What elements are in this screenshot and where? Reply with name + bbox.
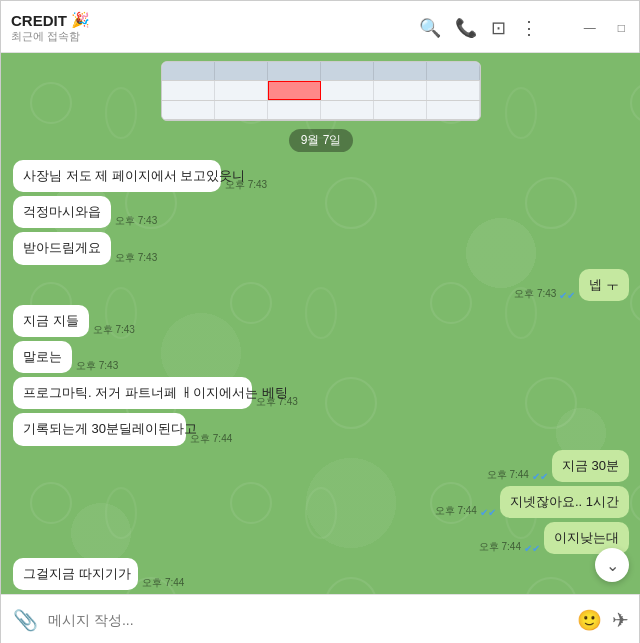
title-bar: CREDIT 🎉 최근에 접속함 🔍 📞 ⊡ ⋮ — □ [1,1,639,53]
message-row: 지금 지들 오후 7:43 [13,305,629,337]
msg-time: 오후 7:43 [115,214,157,228]
message-row: 받아드림게요 오후 7:43 [13,232,629,264]
chat-title: CREDIT 🎉 [11,11,90,29]
msg-text: 지넷잖아요.. 1시간 [510,494,619,509]
message-row: 걱정마시와읍 오후 7:43 [13,196,629,228]
message-row: 오후 7:43 ✔✔ 넵 ㅜ [13,269,629,301]
more-icon[interactable]: ⋮ [520,17,538,39]
msg-time: 오후 7:44 [142,576,184,590]
msg-time: 오후 7:43 [115,251,157,265]
bubble-right: 지넷잖아요.. 1시간 [500,486,629,518]
call-icon[interactable]: 📞 [455,17,477,39]
message-row: 말로는 오후 7:43 [13,341,629,373]
title-emoji: 🎉 [71,11,90,29]
msg-time: 오후 7:43 [514,287,556,301]
bubble-left: 지금 지들 [13,305,89,337]
date-text: 9월 7일 [289,129,354,152]
scroll-down-button[interactable]: ⌄ [595,548,629,582]
message-row: 기록되는게 30분딜레이된다고 오후 7:44 [13,413,629,445]
message-row: 프로그마틱. 저거 파트너페 ㅐ이지에서는 베팅 오후 7:43 [13,377,629,409]
bubble-left: 사장님 저도 제 페이지에서 보고있읏니 [13,160,221,192]
msg-text: 기록되는게 30분딜레이된다고 [23,421,197,436]
image-thumb[interactable] [161,61,481,121]
emoji-button[interactable]: 🙂 [577,608,602,632]
msg-text: 말로는 [23,349,62,364]
message-row: 오후 7:44 ✔✔ 지넷잖아요.. 1시간 [13,486,629,518]
bubble-left: 프로그마틱. 저거 파트너페 ㅐ이지에서는 베팅 [13,377,252,409]
chevron-down-icon: ⌄ [606,556,619,575]
msg-time: 오후 7:43 [93,323,135,337]
header-actions: 🔍 📞 ⊡ ⋮ — □ [419,17,629,39]
msg-text: 지금 30분 [562,458,619,473]
search-icon[interactable]: 🔍 [419,17,441,39]
status-text: 최근에 접속함 [11,29,90,44]
minimize-button[interactable]: — [580,19,600,37]
message-row: 그걸지금 따지기가 오후 7:44 [13,558,629,590]
msg-text: 이지낮는대 [554,530,619,545]
msg-text: 사장님 저도 제 페이지에서 보고있읏니 [23,168,245,183]
message-row: 오후 7:44 ✔✔ 지금 30분 [13,450,629,482]
msg-text: 지금 지들 [23,313,79,328]
bubble-left: 걱정마시와읍 [13,196,111,228]
bubble-left: 그걸지금 따지기가 [13,558,138,590]
msg-text: 걱정마시와읍 [23,204,101,219]
msg-text: 넵 ㅜ [589,277,619,292]
bubble-left: 말로는 [13,341,72,373]
image-message[interactable] [13,61,629,121]
read-check-icon: ✔✔ [559,290,575,301]
title-text: CREDIT [11,12,67,29]
msg-text: 받아드림게요 [23,240,101,255]
message-row: 사장님 저도 제 페이지에서 보고있읏니 오후 7:43 [13,160,629,192]
bubble-left: 기록되는게 30분딜레이된다고 [13,413,186,445]
msg-time: 오후 7:44 [487,468,529,482]
msg-text: 프로그마틱. 저거 파트너페 ㅐ이지에서는 베팅 [23,385,288,400]
layout-icon[interactable]: ⊡ [491,17,506,39]
send-button[interactable]: ✈ [612,608,629,632]
bubble-right: 지금 30분 [552,450,629,482]
read-check-icon: ✔✔ [524,543,540,554]
bubble-right: 넵 ㅜ [579,269,629,301]
input-actions: 🙂 ✈ [577,608,629,632]
message-row: 오후 7:44 ✔✔ 이지낮는대 [13,522,629,554]
title-left: CREDIT 🎉 최근에 접속함 [11,11,90,44]
read-check-icon: ✔✔ [480,507,496,518]
maximize-button[interactable]: □ [614,19,629,37]
chat-area: 9월 7일 사장님 저도 제 페이지에서 보고있읏니 오후 7:43 [1,53,640,594]
msg-time: 오후 7:44 [435,504,477,518]
input-bar: 📎 🙂 ✈ [1,594,639,643]
date-badge: 9월 7일 [13,129,629,152]
message-input[interactable] [48,612,569,628]
read-check-icon: ✔✔ [532,471,548,482]
msg-text: 그걸지금 따지기가 [23,566,131,581]
attach-button[interactable]: 📎 [11,606,40,634]
bubble-left: 받아드림게요 [13,232,111,264]
msg-time: 오후 7:43 [76,359,118,373]
msg-time: 오후 7:44 [479,540,521,554]
